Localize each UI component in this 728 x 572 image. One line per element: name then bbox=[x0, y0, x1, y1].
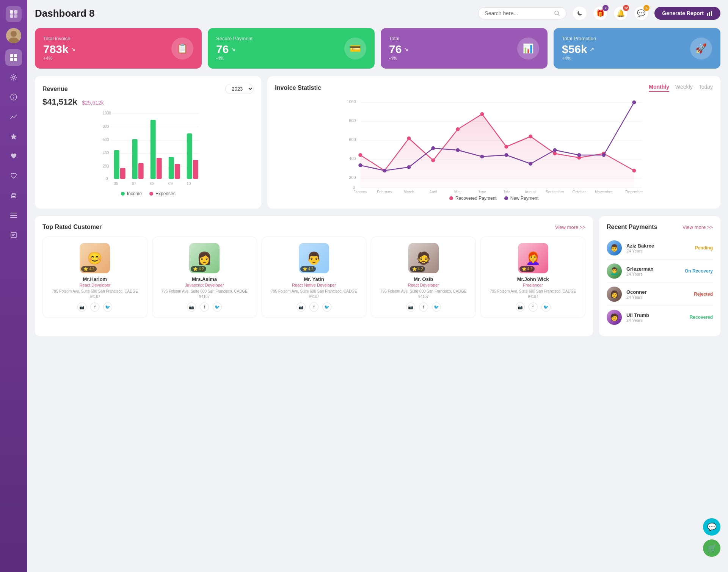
sidebar-item-reports[interactable] bbox=[5, 227, 22, 243]
float-support-button[interactable]: 💬 bbox=[703, 518, 720, 536]
customer-card-1: 👩 ⭐ 4.2 Mrs.Asima Javascript Developer 7… bbox=[152, 237, 257, 318]
customer-card-0: 😊 ⭐ 4.2 Mr.Hariom React Developer 795 Fo… bbox=[42, 237, 147, 318]
customer-card-2: 👨 ⭐ 4.2 Mr. Yatin React Native Developer… bbox=[262, 237, 367, 318]
stat-card-promo[interactable]: Total Promotion $56k ↗ +4% 🚀 bbox=[554, 28, 720, 69]
svg-rect-8 bbox=[14, 54, 17, 57]
svg-text:May: May bbox=[454, 190, 461, 193]
svg-point-73 bbox=[480, 112, 484, 116]
svg-rect-49 bbox=[187, 133, 192, 179]
svg-rect-7 bbox=[10, 54, 13, 57]
svg-text:1000: 1000 bbox=[347, 99, 356, 104]
social-facebook-0[interactable]: f bbox=[90, 302, 99, 312]
search-box[interactable] bbox=[478, 7, 566, 19]
svg-text:November: November bbox=[595, 190, 613, 193]
svg-text:800: 800 bbox=[103, 124, 109, 129]
social-twitter-2[interactable]: 🐦 bbox=[322, 302, 331, 312]
payment-age-3: 24 Years bbox=[626, 318, 685, 323]
sidebar bbox=[0, 0, 27, 572]
sidebar-item-settings[interactable] bbox=[5, 69, 22, 86]
customers-view-more[interactable]: View more >> bbox=[555, 224, 585, 230]
messages-button[interactable]: 💬 5 bbox=[634, 6, 648, 20]
social-twitter-3[interactable]: 🐦 bbox=[432, 302, 441, 312]
svg-marker-15 bbox=[11, 133, 17, 139]
tab-today[interactable]: Today bbox=[699, 84, 713, 92]
social-facebook-1[interactable]: f bbox=[200, 302, 209, 312]
sidebar-item-wishlist[interactable] bbox=[5, 168, 22, 184]
stat-value-total: 76 bbox=[389, 43, 402, 56]
payment-avatar-3: 🧑 bbox=[607, 310, 622, 325]
customers-grid: 😊 ⭐ 4.2 Mr.Hariom React Developer 795 Fo… bbox=[42, 237, 585, 318]
social-facebook-3[interactable]: f bbox=[419, 302, 428, 312]
social-instagram-1[interactable]: 📷 bbox=[187, 302, 196, 312]
svg-point-81 bbox=[383, 169, 387, 172]
sidebar-item-favorites[interactable] bbox=[5, 128, 22, 145]
sidebar-item-print[interactable] bbox=[5, 187, 22, 204]
svg-point-5 bbox=[11, 31, 17, 37]
svg-text:0: 0 bbox=[106, 177, 108, 181]
svg-rect-1 bbox=[14, 10, 17, 14]
header: Dashboard 8 🎁 2 🔔 12 bbox=[35, 6, 720, 20]
payments-title: Recent Payments bbox=[607, 224, 657, 230]
stat-icon-secure: 💳 bbox=[344, 38, 366, 60]
messages-badge: 5 bbox=[643, 5, 650, 11]
social-instagram-0[interactable]: 📷 bbox=[77, 302, 86, 312]
payments-view-more[interactable]: View more >> bbox=[682, 224, 713, 230]
sidebar-item-info[interactable] bbox=[5, 89, 22, 105]
social-twitter-4[interactable]: 🐦 bbox=[541, 302, 551, 312]
svg-point-86 bbox=[505, 153, 508, 157]
social-instagram-4[interactable]: 📷 bbox=[516, 302, 525, 312]
social-instagram-2[interactable]: 📷 bbox=[297, 302, 306, 312]
float-buttons: 💬 🛒 bbox=[703, 518, 720, 557]
dark-mode-toggle[interactable] bbox=[573, 6, 587, 20]
customer-name-0: Mr.Hariom bbox=[83, 276, 107, 282]
sidebar-item-likes[interactable] bbox=[5, 148, 22, 165]
svg-text:600: 600 bbox=[349, 137, 356, 142]
sidebar-item-analytics[interactable] bbox=[5, 108, 22, 125]
social-instagram-3[interactable]: 📷 bbox=[406, 302, 415, 312]
svg-text:April: April bbox=[430, 190, 437, 193]
sidebar-item-menu[interactable] bbox=[5, 207, 22, 224]
chart-icon bbox=[707, 10, 713, 16]
line-chart-legend: Recovered Payment New Payment bbox=[275, 196, 713, 201]
tab-weekly[interactable]: Weekly bbox=[675, 84, 693, 92]
svg-point-75 bbox=[529, 135, 533, 138]
svg-rect-27 bbox=[709, 12, 710, 16]
stat-icon-invoice: 📋 bbox=[171, 38, 193, 60]
sidebar-item-dashboard[interactable] bbox=[5, 49, 22, 66]
year-selector[interactable]: 2023 2022 2021 bbox=[225, 84, 254, 94]
stat-trend-secure: -4% bbox=[216, 56, 253, 61]
social-facebook-2[interactable]: f bbox=[309, 302, 318, 312]
svg-rect-45 bbox=[151, 120, 156, 179]
social-facebook-4[interactable]: f bbox=[529, 302, 538, 312]
revenue-secondary: $25,612k bbox=[82, 100, 104, 106]
social-twitter-0[interactable]: 🐦 bbox=[103, 302, 112, 312]
svg-point-80 bbox=[359, 163, 362, 167]
customer-name-2: Mr. Yatin bbox=[304, 276, 324, 282]
stat-card-secure[interactable]: Secure Payment 76 ↘ -4% 💳 bbox=[208, 28, 375, 69]
svg-point-76 bbox=[553, 152, 557, 155]
generate-report-button[interactable]: Generate Report bbox=[654, 7, 720, 20]
gift-button[interactable]: 🎁 2 bbox=[593, 6, 607, 20]
svg-rect-41 bbox=[114, 150, 119, 179]
svg-text:October: October bbox=[573, 190, 586, 193]
float-cart-button[interactable]: 🛒 bbox=[703, 539, 720, 557]
customers-card: Top Rated Customer View more >> 😊 ⭐ 4.2 … bbox=[35, 216, 593, 336]
customer-addr-4: 795 Folsom Ave, Suite 600 San Francisco,… bbox=[485, 289, 581, 299]
svg-rect-2 bbox=[10, 14, 13, 18]
customer-card-4: 👩‍🦰 ⭐ 4.2 Mr.John Wick Freelancer 795 Fo… bbox=[480, 237, 585, 318]
social-twitter-1[interactable]: 🐦 bbox=[213, 302, 222, 312]
tab-monthly[interactable]: Monthly bbox=[649, 84, 669, 92]
notifications-button[interactable]: 🔔 12 bbox=[613, 6, 628, 20]
payment-item-0: 👨 Aziz Bakree 24 Years Pending bbox=[607, 237, 713, 260]
svg-rect-18 bbox=[10, 213, 17, 213]
payments-card: Recent Payments View more >> 👨 Aziz Bakr… bbox=[599, 216, 720, 336]
stat-card-invoice[interactable]: Total invoice 783k ↘ +4% 📋 bbox=[35, 28, 202, 69]
stat-card-total[interactable]: Total 76 ↘ -4% 📊 bbox=[381, 28, 548, 69]
sidebar-logo[interactable] bbox=[6, 6, 22, 22]
stat-value-secure: 76 bbox=[216, 43, 229, 56]
stat-trend-invoice: +4% bbox=[43, 56, 75, 61]
stat-label-secure: Secure Payment bbox=[216, 36, 253, 41]
svg-rect-9 bbox=[10, 58, 13, 61]
avatar[interactable] bbox=[6, 28, 21, 43]
search-input[interactable] bbox=[485, 10, 551, 16]
